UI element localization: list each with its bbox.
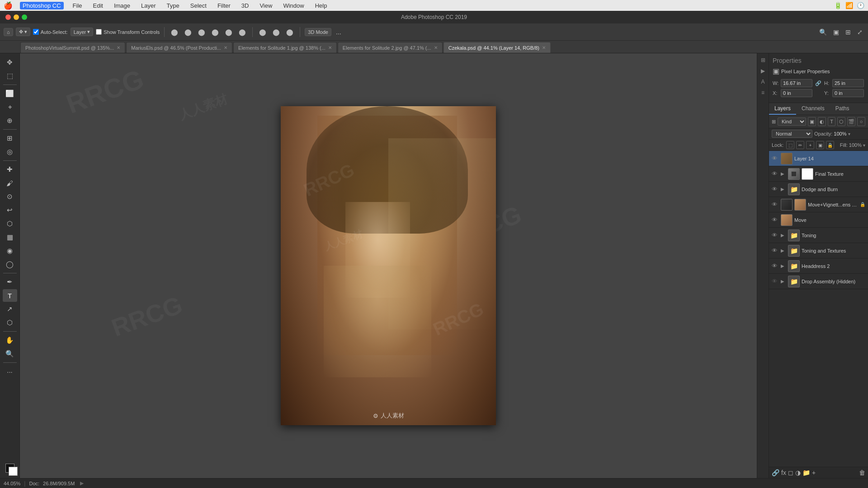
dodge-tool[interactable]: ◯	[3, 258, 17, 271]
layer-vis-toning[interactable]: 👁	[772, 232, 779, 239]
add-group-btn[interactable]: 📁	[802, 469, 810, 476]
filter-type-btn[interactable]: T	[828, 117, 836, 126]
crop-tool[interactable]: ⊞	[3, 132, 17, 145]
layer-item-drop-assembly[interactable]: 👁 ▶ 📁 Drop Assembly (Hidden)	[769, 274, 868, 289]
tab-paths[interactable]: Paths	[830, 103, 855, 115]
hand-tool[interactable]: ✋	[3, 334, 17, 347]
text-tool[interactable]: T	[3, 289, 17, 302]
layer-vis-move-vignett[interactable]: 👁	[772, 201, 779, 208]
tab-czekala[interactable]: Czekala.psd @ 44.1% (Layer 14, RGB/8) ✕	[443, 42, 551, 53]
menu-window[interactable]: Window	[281, 2, 306, 9]
background-color[interactable]	[9, 467, 18, 476]
panel-icon-1[interactable]: ⊞	[758, 55, 768, 65]
tab-close-4[interactable]: ✕	[542, 45, 546, 50]
blur-tool[interactable]: ◉	[3, 244, 17, 257]
menu-layer[interactable]: Layer	[139, 2, 158, 9]
lock-image-btn[interactable]: ✏	[796, 141, 804, 149]
tab-close-2[interactable]: ✕	[328, 45, 332, 50]
y-input[interactable]	[832, 89, 864, 97]
filter-smart-btn[interactable]: 🎬	[847, 117, 855, 126]
layer-item-dodge-burn[interactable]: 👁 ▶ 📁 Dodge and Burn	[769, 182, 868, 197]
3d-mode-button[interactable]: 3D Mode	[305, 28, 331, 36]
lasso-tool[interactable]: ⌖	[3, 101, 17, 113]
close-button[interactable]	[5, 14, 11, 20]
group-arrow-toning[interactable]: ▶	[781, 233, 786, 238]
more-options-button[interactable]: ...	[334, 28, 343, 37]
layer-vis-final-texture[interactable]: 👁	[772, 170, 779, 177]
x-input[interactable]	[781, 89, 812, 97]
layer-item-move-vignett[interactable]: 👁 Move+Vignett...ens (CEP 4) 🔒	[769, 197, 868, 212]
tab-channels[interactable]: Channels	[796, 103, 830, 115]
layer-vis-move[interactable]: 👁	[772, 216, 779, 223]
tab-close-0[interactable]: ✕	[117, 45, 120, 50]
link-layers-btn[interactable]: 🔗	[772, 469, 779, 476]
foreground-color[interactable]	[5, 464, 14, 473]
menu-help[interactable]: Help	[313, 2, 329, 9]
distribute-options-3[interactable]: ⬤	[284, 28, 295, 37]
height-input[interactable]	[832, 79, 864, 87]
layer-vis-toning-textures[interactable]: 👁	[772, 247, 779, 254]
move-tool-options[interactable]: ✥ ▾	[16, 28, 30, 36]
home-button[interactable]: ⌂	[4, 28, 13, 36]
panel-icon-play[interactable]: ▶	[758, 66, 768, 76]
delete-layer-btn[interactable]: 🗑	[859, 469, 865, 476]
align-center-button[interactable]: ⬤	[183, 28, 193, 37]
auto-select-input[interactable]	[33, 29, 39, 35]
layer-list[interactable]: 👁 Layer 14 👁 ▶ Final Texture 👁	[769, 151, 868, 467]
more-tools[interactable]: ···	[3, 365, 17, 378]
menu-view[interactable]: View	[258, 2, 274, 9]
menu-app-name[interactable]: Photoshop CC	[20, 2, 64, 9]
blend-mode-select[interactable]: Normal	[772, 130, 812, 138]
align-bottom-button[interactable]: ⬤	[237, 28, 248, 37]
filter-adjust-btn[interactable]: ◐	[818, 117, 826, 126]
lock-position-btn[interactable]: +	[806, 141, 814, 149]
menu-type[interactable]: Type	[165, 2, 181, 9]
minimize-button[interactable]	[14, 14, 19, 20]
align-middle-button[interactable]: ⬤	[223, 28, 234, 37]
layer-item-move[interactable]: 👁 Move	[769, 212, 868, 228]
tab-photoshop-virtual-summit[interactable]: PhotoshopVirtualSummit.psd @ 135%... ✕	[20, 42, 125, 53]
status-arrow[interactable]: ▶	[80, 480, 84, 486]
tab-elements-solitude-1[interactable]: Elements for Solitude 1.jpg @ 138% (... …	[233, 42, 337, 53]
auto-select-checkbox[interactable]: Auto-Select:	[33, 29, 68, 35]
menu-select[interactable]: Select	[189, 2, 208, 9]
maximize-button[interactable]	[22, 14, 27, 20]
search-button[interactable]: 🔍	[817, 28, 829, 37]
lock-all-btn[interactable]: 🔒	[826, 141, 834, 149]
rectangular-marquee-tool[interactable]: ⬜	[3, 87, 17, 100]
tab-close-1[interactable]: ✕	[224, 45, 227, 50]
menu-filter[interactable]: Filter	[216, 2, 232, 9]
fill-chevron[interactable]: ▾	[863, 143, 865, 148]
artboard-tool[interactable]: ⬚	[3, 70, 17, 82]
apple-menu[interactable]: 🍎	[4, 1, 13, 10]
lock-artboard-btn[interactable]: ▣	[816, 141, 824, 149]
quick-select-tool[interactable]: ⊕	[3, 114, 17, 127]
canvas-area[interactable]: RRCG RRCG RRCG RRCG 人人素材 人人素材	[20, 53, 757, 478]
history-brush-tool[interactable]: ↩	[3, 204, 17, 216]
group-arrow-final-texture[interactable]: ▶	[781, 171, 786, 176]
filter-shape-btn[interactable]: ⬡	[837, 117, 845, 126]
brush-tool[interactable]: 🖌	[3, 177, 17, 189]
group-arrow-drop-assembly[interactable]: ▶	[781, 279, 786, 284]
align-left-button[interactable]: ⬤	[169, 28, 180, 37]
layer-item-14[interactable]: 👁 Layer 14	[769, 151, 868, 166]
zoom-tool[interactable]: 🔍	[3, 347, 17, 360]
layer-vis-headdress-2[interactable]: 👁	[772, 263, 779, 269]
distribute-options[interactable]: ⬤	[257, 28, 268, 37]
menu-edit[interactable]: Edit	[91, 2, 105, 9]
layer-vis-14[interactable]: 👁	[772, 155, 779, 162]
add-mask-btn[interactable]: ◻	[788, 469, 793, 476]
tab-close-3[interactable]: ✕	[434, 45, 438, 50]
layer-item-headdress-2[interactable]: 👁 ▶ 📁 Headdress 2	[769, 258, 868, 274]
menu-file[interactable]: File	[71, 2, 84, 9]
panel-icon-align[interactable]: ≡	[758, 88, 768, 98]
link-icon[interactable]: 🔗	[815, 80, 821, 86]
spot-heal-tool[interactable]: ✚	[3, 163, 17, 176]
filter-pixel-btn[interactable]: ▣	[808, 117, 816, 126]
pen-tool[interactable]: ✒	[3, 276, 17, 288]
filter-kind-select[interactable]: Kind	[778, 117, 806, 126]
shape-tool[interactable]: ⬡	[3, 316, 17, 329]
panel-toggle-button[interactable]: ▣	[831, 28, 841, 37]
layer-item-final-texture[interactable]: 👁 ▶ Final Texture	[769, 166, 868, 182]
layer-item-toning[interactable]: 👁 ▶ 📁 Toning	[769, 228, 868, 243]
